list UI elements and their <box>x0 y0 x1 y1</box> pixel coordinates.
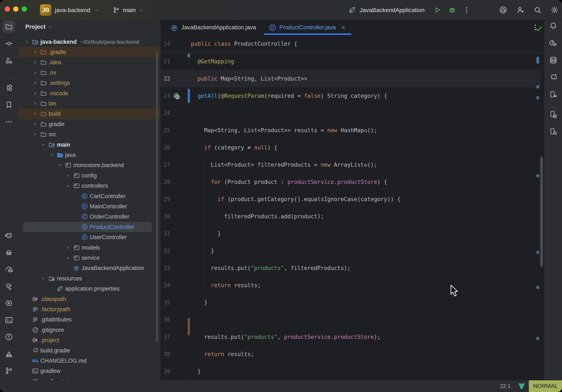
tree-row-config[interactable]: config <box>18 170 161 181</box>
chevron-down-icon[interactable] <box>41 276 46 281</box>
tree-row-monostore-backend[interactable]: monostore.backend <box>18 160 161 170</box>
vim-mode-badge[interactable]: NORMAL <box>529 380 562 392</box>
branch-selector[interactable]: main <box>123 0 136 20</box>
more-actions-icon[interactable] <box>463 6 471 14</box>
tree-row-src[interactable]: src <box>18 129 161 140</box>
tree-row-main[interactable]: main <box>18 140 161 150</box>
tree-row-build[interactable]: build <box>18 109 161 119</box>
chevron-right-icon[interactable] <box>33 121 38 127</box>
chevron-down-icon[interactable] <box>24 39 30 45</box>
tree-row--gitignore[interactable]: .gitignore <box>18 325 161 335</box>
error-stripe-mark[interactable] <box>537 286 539 289</box>
notifications-icon[interactable] <box>549 22 558 30</box>
tree-row--project[interactable]: .project <box>18 335 161 345</box>
chevron-down-icon[interactable] <box>49 152 54 158</box>
vcs-change-marker[interactable] <box>188 89 190 103</box>
error-stripe-mark[interactable] <box>537 251 539 254</box>
copilot-cat-icon[interactable] <box>5 231 13 240</box>
editor-scrollbar[interactable] <box>540 157 543 267</box>
tree-row-build-gradle[interactable]: build.gradle <box>18 345 161 356</box>
plugins-icon[interactable] <box>5 56 13 65</box>
tree-row-changelog-md[interactable]: MCHANGELOG.md <box>18 356 161 366</box>
inspections-ok-icon[interactable] <box>535 24 543 33</box>
device-manager-icon[interactable] <box>549 90 558 99</box>
error-stripe-mark[interactable] <box>537 174 539 177</box>
tree-row-maincontroller[interactable]: CMainController <box>18 201 161 212</box>
project-panel-header[interactable]: Project <box>25 22 53 32</box>
tree-row-controllers[interactable]: controllers <box>18 181 161 191</box>
close-tab-icon[interactable] <box>340 24 346 31</box>
tree-row-gradle[interactable]: gradle <box>18 119 161 129</box>
chevron-right-icon[interactable] <box>33 101 38 106</box>
tree-row--vscode[interactable]: .vscode <box>18 88 161 98</box>
chevron-right-icon[interactable] <box>33 91 38 96</box>
tree-scrollbar[interactable] <box>156 51 158 342</box>
code-with-me-icon[interactable] <box>516 6 525 14</box>
bookmarks-icon[interactable] <box>5 101 13 109</box>
tree-row--settings[interactable]: .settings <box>18 78 161 88</box>
tree-row-resources[interactable]: resources <box>18 273 161 284</box>
tree-row-bin[interactable]: bin <box>18 98 161 109</box>
project-selector[interactable]: java-backend <box>55 0 90 20</box>
tree-row-java-backend[interactable]: java-backend~/Github/java-backend <box>18 36 161 47</box>
incognito-icon[interactable] <box>5 248 13 257</box>
terminal-icon[interactable] <box>5 316 13 324</box>
vcs-change-marker[interactable] <box>188 318 190 335</box>
chevron-down-icon[interactable] <box>65 183 71 189</box>
tree-row--classpath[interactable]: .classpath <box>18 294 161 304</box>
close-window-button[interactable] <box>5 6 10 12</box>
tree-row-ordercontroller[interactable]: COrderController <box>18 212 161 222</box>
editor-area[interactable]: JavaBackendApplication.java C ProductCon… <box>161 20 544 380</box>
device-explorer-icon[interactable] <box>549 127 558 136</box>
tree-row--nx[interactable]: .nx <box>18 67 161 78</box>
chevron-right-icon[interactable] <box>33 111 38 117</box>
run-button[interactable] <box>433 6 442 14</box>
chevron-right-icon[interactable] <box>65 255 71 261</box>
caret-position[interactable]: 22:1 <box>500 383 511 390</box>
error-stripe-mark[interactable] <box>537 85 539 88</box>
tab-javabackendapplication[interactable]: JavaBackendApplication.java <box>164 20 262 35</box>
run-configuration-selector[interactable]: JavaBackendApplication <box>360 0 424 20</box>
git-branch-icon[interactable] <box>113 6 120 14</box>
vcs-change-marker[interactable] <box>188 54 190 57</box>
more-tools-icon[interactable] <box>5 118 13 126</box>
chevron-down-icon[interactable] <box>57 162 63 168</box>
tree-row-productcontroller[interactable]: CProductController <box>18 222 161 232</box>
ai-chat-icon[interactable] <box>549 39 558 47</box>
error-stripe-mark[interactable] <box>537 96 539 99</box>
git-branch-icon[interactable] <box>5 367 13 375</box>
tree-row-cartcontroller[interactable]: CCartController <box>18 191 161 201</box>
build-hammer-icon[interactable] <box>5 282 13 291</box>
chevron-right-icon[interactable] <box>33 49 38 55</box>
chevron-right-icon[interactable] <box>65 173 71 178</box>
tab-productcontroller[interactable]: C ProductController.java <box>262 20 353 35</box>
database-icon[interactable] <box>549 56 558 64</box>
structure-icon[interactable] <box>5 83 13 92</box>
profiler-icon[interactable] <box>5 265 13 273</box>
tree-row--factorypath[interactable]: .factorypath <box>18 304 161 314</box>
tree-row--idea[interactable]: .idea <box>18 57 161 68</box>
gradle-icon[interactable] <box>549 73 558 82</box>
tree-row-usercontroller[interactable]: CUserController <box>18 232 161 243</box>
chevron-down-icon[interactable] <box>33 131 38 137</box>
zoom-window-button[interactable] <box>22 6 27 12</box>
search-icon[interactable] <box>534 6 542 14</box>
debug-button[interactable] <box>448 6 456 14</box>
project-folder-icon[interactable] <box>3 20 15 33</box>
rest-endpoint-icon[interactable] <box>172 91 181 100</box>
tree-row-models[interactable]: models <box>18 242 161 253</box>
ai-assistant-icon[interactable] <box>499 6 507 14</box>
error-stripe-mark[interactable] <box>537 337 539 340</box>
tree-row-javabackendapplication[interactable]: JavaBackendApplication <box>18 263 161 273</box>
chevron-right-icon[interactable] <box>33 59 38 65</box>
commit-icon[interactable] <box>5 39 13 48</box>
problems-icon[interactable] <box>5 333 13 341</box>
running-devices-icon[interactable] <box>549 110 558 119</box>
settings-icon[interactable] <box>550 6 559 14</box>
chevron-right-icon[interactable] <box>65 245 71 250</box>
tree-row-gradlew[interactable]: gradlew <box>18 366 161 376</box>
chevron-right-icon[interactable] <box>33 80 38 86</box>
tree-row--gitattributes[interactable]: .gitattributes <box>18 314 161 325</box>
tree-row--gradle[interactable]: .gradle <box>18 47 161 57</box>
error-stripe-mark[interactable] <box>537 57 539 64</box>
